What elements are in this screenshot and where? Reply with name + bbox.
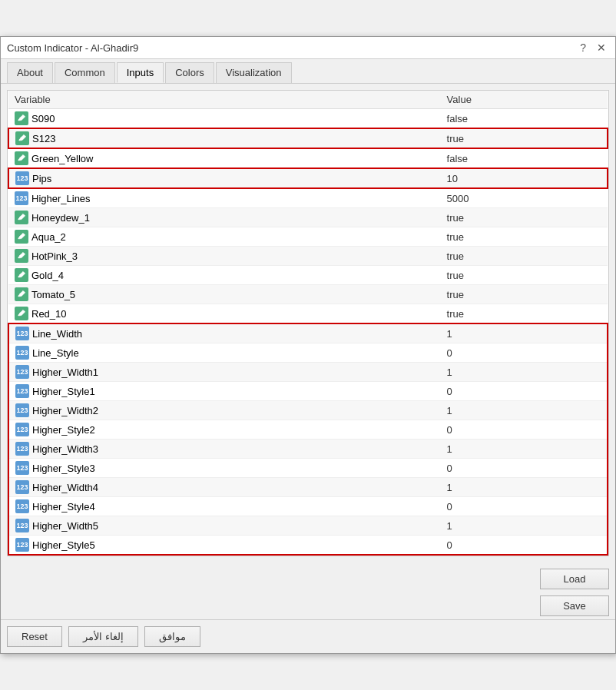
num-icon: 123 [15, 327, 29, 340]
variable-name: Tomato_5 [31, 289, 75, 300]
variable-name: Higher_Width1 [32, 367, 98, 378]
table-row[interactable]: Red_10true [8, 304, 608, 324]
num-icon: 123 [15, 171, 29, 185]
table-row[interactable]: 123Higher_Style40 [8, 497, 608, 516]
variable-value: 0 [441, 420, 608, 440]
variable-name: Higher_Style4 [32, 501, 95, 513]
inputs-table: Variable Value S090false S123true Green_… [8, 91, 608, 556]
table-row[interactable]: HotPink_3true [8, 247, 608, 266]
variable-value: 1 [441, 323, 608, 343]
variable-name: Higher_Lines [31, 193, 91, 204]
table-row[interactable]: 123Pips10 [8, 168, 608, 188]
variable-value: 5000 [441, 188, 608, 208]
table-row[interactable]: 123Higher_Lines5000 [8, 188, 608, 208]
window-title: Custom Indicator - Al-Ghadir9 [7, 42, 138, 54]
variable-value: 1 [441, 440, 608, 459]
table-row[interactable]: S090false [8, 109, 608, 129]
variable-name: Higher_Width5 [32, 520, 98, 532]
cancel-button[interactable]: إلغاء الأمر [68, 626, 138, 647]
variable-value: true [441, 128, 608, 148]
table-row[interactable]: 123Higher_Style10 [8, 382, 608, 401]
num-icon: 123 [15, 423, 29, 436]
table-row[interactable]: Gold_4true [8, 266, 608, 285]
bool-icon [15, 230, 28, 244]
bool-icon [15, 287, 28, 301]
variable-value: false [441, 109, 608, 129]
close-button[interactable]: ✕ [594, 41, 609, 54]
table-row[interactable]: 123Line_Width1 [8, 323, 608, 343]
tab-visualization[interactable]: Visualization [216, 62, 292, 83]
table-row[interactable]: 123Higher_Width31 [8, 440, 608, 459]
variable-name: Line_Style [32, 347, 79, 359]
tab-common[interactable]: Common [55, 62, 115, 83]
variable-value: true [441, 227, 608, 247]
bool-icon [15, 268, 28, 282]
variable-value: 0 [441, 382, 608, 401]
col-header-variable: Variable [8, 91, 441, 109]
num-icon: 123 [15, 191, 28, 205]
table-row[interactable]: 123Higher_Width21 [8, 401, 608, 420]
bool-icon [15, 307, 28, 320]
table-row[interactable]: S123true [8, 128, 608, 148]
table-row[interactable]: Green_Yellowfalse [8, 148, 608, 168]
bool-icon [15, 211, 28, 224]
tab-colors[interactable]: Colors [165, 62, 214, 83]
variable-value: 0 [441, 497, 608, 516]
footer-bar: Reset إلغاء الأمر موافق [1, 619, 615, 653]
variable-name: Red_10 [31, 308, 67, 320]
variable-value: 0 [441, 536, 608, 556]
num-icon: 123 [15, 346, 29, 360]
reset-button[interactable]: Reset [7, 626, 62, 647]
col-header-value: Value [441, 91, 608, 109]
variable-name: Higher_Style5 [32, 539, 95, 551]
table-row[interactable]: 123Higher_Width41 [8, 478, 608, 497]
bool-icon [15, 151, 28, 165]
variable-value: 1 [441, 401, 608, 420]
tabs-bar: About Common Inputs Colors Visualization [1, 59, 615, 84]
variable-value: 1 [441, 478, 608, 497]
num-icon: 123 [15, 538, 29, 552]
table-row[interactable]: Honeydew_1true [8, 208, 608, 227]
action-buttons-area: Load Save [1, 562, 615, 619]
table-row[interactable]: 123Higher_Style30 [8, 459, 608, 478]
load-button[interactable]: Load [540, 569, 609, 589]
tab-about[interactable]: About [7, 62, 53, 83]
tab-inputs[interactable]: Inputs [117, 62, 164, 83]
table-row[interactable]: Aqua_2true [8, 227, 608, 247]
ok-button[interactable]: موافق [144, 626, 200, 647]
table-row[interactable]: Tomato_5true [8, 285, 608, 304]
variable-value: 1 [441, 363, 608, 382]
tab-content: Variable Value S090false S123true Green_… [1, 84, 615, 562]
help-button[interactable]: ? [577, 41, 589, 54]
variable-name: Higher_Style2 [32, 424, 95, 436]
num-icon: 123 [15, 461, 29, 475]
variable-name: Higher_Style3 [32, 463, 95, 474]
variable-name: Honeydew_1 [31, 212, 90, 224]
variable-value: 10 [441, 168, 608, 188]
table-row[interactable]: 123Higher_Width11 [8, 363, 608, 382]
variable-name: Higher_Width4 [32, 482, 98, 493]
variable-value: true [441, 266, 608, 285]
num-icon: 123 [15, 403, 29, 417]
variable-name: Line_Width [32, 328, 82, 340]
variable-name: S123 [32, 133, 55, 144]
variable-value: 1 [441, 516, 608, 536]
table-row[interactable]: 123Line_Style0 [8, 343, 608, 363]
table-row[interactable]: 123Higher_Style50 [8, 536, 608, 556]
variable-value: 0 [441, 343, 608, 363]
variable-name: S090 [31, 113, 55, 124]
variable-value: true [441, 285, 608, 304]
variable-name: Higher_Width3 [32, 443, 98, 455]
variable-value: true [441, 208, 608, 227]
num-icon: 123 [15, 442, 29, 456]
variable-value: true [441, 247, 608, 266]
num-icon: 123 [15, 519, 29, 532]
main-window: Custom Indicator - Al-Ghadir9 ? ✕ About … [0, 36, 616, 654]
save-button[interactable]: Save [540, 595, 609, 616]
variable-name: Gold_4 [31, 270, 64, 281]
variable-name: Higher_Style1 [32, 386, 95, 397]
title-bar: Custom Indicator - Al-Ghadir9 ? ✕ [1, 37, 615, 59]
variable-name: Pips [32, 173, 51, 184]
table-row[interactable]: 123Higher_Width51 [8, 516, 608, 536]
table-row[interactable]: 123Higher_Style20 [8, 420, 608, 440]
